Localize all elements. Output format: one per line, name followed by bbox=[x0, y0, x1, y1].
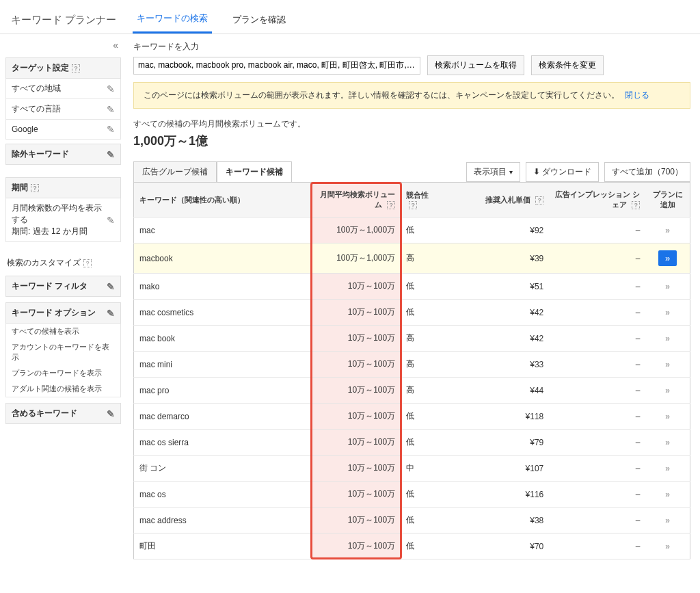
tab-keyword-ideas[interactable]: キーワード候補 bbox=[217, 161, 292, 182]
add-to-plan-button[interactable]: » bbox=[665, 490, 670, 499]
table-row[interactable]: mako10万～100万低¥51–» bbox=[134, 274, 690, 300]
cell-impression: – bbox=[549, 482, 645, 508]
cell-competition: 中 bbox=[401, 456, 445, 482]
pencil-icon[interactable]: ✎ bbox=[107, 281, 115, 292]
cell-keyword: mac os bbox=[134, 482, 312, 508]
targeting-item[interactable]: すべての地域✎ bbox=[5, 79, 121, 99]
cell-bid: ¥116 bbox=[445, 482, 549, 508]
cell-bid: ¥51 bbox=[445, 274, 549, 300]
cell-competition: 低 bbox=[401, 404, 445, 430]
help-icon[interactable]: ? bbox=[31, 184, 39, 192]
add-to-plan-button[interactable]: » bbox=[665, 438, 670, 447]
help-icon[interactable]: ? bbox=[632, 201, 640, 209]
cell-volume: 10万～100万 bbox=[312, 274, 401, 300]
cell-competition: 低 bbox=[401, 218, 445, 243]
table-row[interactable]: 町田10万～100万低¥70–» bbox=[134, 533, 690, 559]
help-icon[interactable]: ? bbox=[387, 201, 395, 209]
cell-impression: – bbox=[549, 352, 645, 378]
add-to-plan-button[interactable]: » bbox=[665, 516, 670, 525]
add-all-button[interactable]: すべて追加（700） bbox=[604, 162, 690, 182]
include-keywords-heading[interactable]: 含めるキーワード ✎ bbox=[5, 403, 121, 424]
cell-volume: 10万～100万 bbox=[312, 378, 401, 404]
help-icon[interactable]: ? bbox=[72, 64, 80, 73]
columns-button[interactable]: 表示項目▾ bbox=[466, 162, 520, 182]
add-to-plan-button[interactable]: » bbox=[665, 282, 670, 291]
cell-volume: 10万～100万 bbox=[312, 456, 401, 482]
summary-value: 1,000万～1億 bbox=[133, 133, 690, 149]
get-volume-button[interactable]: 検索ボリュームを取得 bbox=[427, 55, 524, 75]
cell-keyword: mac pro bbox=[134, 378, 312, 404]
cell-impression: – bbox=[549, 404, 645, 430]
th-keyword[interactable]: キーワード（関連性の高い順） bbox=[134, 183, 312, 218]
pencil-icon[interactable]: ✎ bbox=[107, 104, 115, 115]
cell-keyword: mac demarco bbox=[134, 404, 312, 430]
table-row[interactable]: 街 コン10万～100万中¥107–» bbox=[134, 456, 690, 482]
cell-impression: – bbox=[549, 274, 645, 300]
pencil-icon[interactable]: ✎ bbox=[107, 408, 115, 419]
cell-impression: – bbox=[549, 508, 645, 533]
table-row[interactable]: mac demarco10万～100万低¥118–» bbox=[134, 404, 690, 430]
targeting-heading: ターゲット設定? bbox=[5, 57, 121, 79]
table-row[interactable]: mac os sierra10万～100万低¥79–» bbox=[134, 430, 690, 456]
pencil-icon[interactable]: ✎ bbox=[107, 215, 115, 226]
table-row[interactable]: macbook100万～1,000万高¥39–» bbox=[134, 243, 690, 274]
tab-plan-review[interactable]: プランを確認 bbox=[228, 8, 290, 33]
negative-keywords-heading[interactable]: 除外キーワード ✎ bbox=[5, 144, 121, 165]
table-row[interactable]: mac cosmetics10万～100万低¥42–» bbox=[134, 300, 690, 326]
cell-competition: 低 bbox=[401, 533, 445, 559]
tab-adgroup-ideas[interactable]: 広告グループ候補 bbox=[133, 161, 217, 182]
cell-volume: 10万～100万 bbox=[312, 352, 401, 378]
add-to-plan-button[interactable]: » bbox=[665, 334, 670, 343]
period-heading: 期間? bbox=[5, 177, 121, 198]
table-row[interactable]: mac os10万～100万低¥116–» bbox=[134, 482, 690, 508]
targeting-item[interactable]: すべての言語✎ bbox=[5, 99, 121, 120]
keyword-input[interactable] bbox=[133, 57, 420, 75]
add-to-plan-button[interactable]: » bbox=[665, 464, 670, 473]
cell-keyword: mac os sierra bbox=[134, 430, 312, 456]
pencil-icon[interactable]: ✎ bbox=[107, 149, 115, 160]
cell-keyword: macbook bbox=[134, 243, 312, 274]
targeting-item[interactable]: Google✎ bbox=[5, 120, 121, 140]
cell-bid: ¥92 bbox=[445, 218, 549, 243]
table-row[interactable]: mac address10万～100万低¥38–» bbox=[134, 508, 690, 533]
th-competition[interactable]: 競合性 ? bbox=[401, 183, 445, 218]
help-icon[interactable]: ? bbox=[535, 196, 543, 205]
keyword-options-heading[interactable]: キーワード オプション ✎ bbox=[5, 302, 121, 324]
sidebar-collapse-icon[interactable]: « bbox=[5, 40, 121, 53]
th-impression[interactable]: 広告インプレッション シェア ? bbox=[549, 183, 645, 218]
add-to-plan-button[interactable]: » bbox=[665, 386, 670, 395]
keyword-filter-heading[interactable]: キーワード フィルタ ✎ bbox=[5, 276, 121, 297]
notice-close-link[interactable]: 閉じる bbox=[625, 90, 649, 100]
pencil-icon[interactable]: ✎ bbox=[107, 83, 115, 94]
edit-search-button[interactable]: 検索条件を変更 bbox=[531, 55, 604, 75]
tab-keyword-search[interactable]: キーワードの検索 bbox=[133, 7, 212, 34]
add-to-plan-button[interactable]: » bbox=[658, 250, 677, 266]
download-button[interactable]: ⬇ ダウンロード bbox=[526, 162, 599, 182]
cell-volume: 10万～100万 bbox=[312, 300, 401, 326]
pencil-icon[interactable]: ✎ bbox=[107, 124, 115, 135]
add-to-plan-button[interactable]: » bbox=[665, 360, 670, 369]
cell-competition: 低 bbox=[401, 274, 445, 300]
pencil-icon[interactable]: ✎ bbox=[107, 308, 115, 319]
th-volume[interactable]: 月間平均検索ボリューム ? bbox=[312, 183, 401, 218]
cell-competition: 高 bbox=[401, 378, 445, 404]
table-row[interactable]: mac book10万～100万高¥42–» bbox=[134, 326, 690, 352]
table-row[interactable]: mac100万～1,000万低¥92–» bbox=[134, 218, 690, 243]
help-icon[interactable]: ? bbox=[409, 201, 417, 209]
table-row[interactable]: mac pro10万～100万高¥44–» bbox=[134, 378, 690, 404]
add-to-plan-button[interactable]: » bbox=[665, 226, 670, 235]
add-to-plan-button[interactable]: » bbox=[665, 542, 670, 551]
cell-competition: 低 bbox=[401, 430, 445, 456]
cell-impression: – bbox=[549, 430, 645, 456]
cell-volume: 10万～100万 bbox=[312, 533, 401, 559]
add-to-plan-button[interactable]: » bbox=[665, 412, 670, 421]
help-icon[interactable]: ? bbox=[83, 259, 92, 267]
cell-volume: 10万～100万 bbox=[312, 508, 401, 533]
table-row[interactable]: mac mini10万～100万高¥33–» bbox=[134, 352, 690, 378]
keyword-input-label: キーワードを入力 bbox=[133, 41, 690, 53]
th-add: プランに追加 bbox=[645, 183, 690, 218]
add-to-plan-button[interactable]: » bbox=[665, 308, 670, 317]
th-bid[interactable]: 推奨入札単価 ? bbox=[445, 183, 549, 218]
period-item[interactable]: 月間検索数の平均を表示する 期間: 過去 12 か月間 ✎ bbox=[5, 198, 121, 242]
app-title: キーワード プランナー bbox=[11, 14, 116, 27]
